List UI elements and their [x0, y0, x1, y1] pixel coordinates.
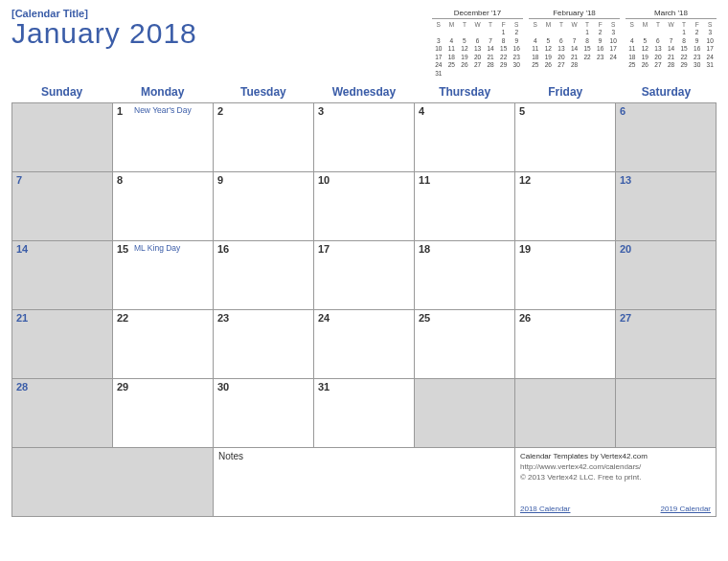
- day-number: 17: [318, 243, 330, 255]
- calendar-cell: 6: [616, 103, 717, 172]
- day-number: 25: [419, 312, 430, 324]
- mini-calendar-title: March '18: [626, 8, 717, 19]
- day-number: 2: [217, 105, 223, 117]
- day-number: 27: [620, 312, 631, 324]
- notes-cell: Notes: [214, 448, 515, 517]
- day-header: Friday: [515, 81, 616, 102]
- calendar-cell: 18: [415, 241, 515, 310]
- calendar-cell: 4: [415, 103, 515, 172]
- calendar-cell: [616, 379, 717, 448]
- day-number: 14: [16, 243, 28, 255]
- calendar-cell: 20: [616, 241, 717, 310]
- day-number: 30: [217, 381, 229, 393]
- day-number: 4: [419, 105, 424, 117]
- calendar-cell: 19: [515, 241, 616, 310]
- day-number: 18: [419, 243, 430, 255]
- calendar-page: [Calendar Title] January 2018 December '…: [0, 0, 728, 528]
- calendar-cell: 15ML King Day: [113, 241, 214, 310]
- day-header: Wednesday: [313, 81, 414, 102]
- calendar-cell: 30: [214, 379, 314, 448]
- calendar-cell: 22: [113, 310, 214, 379]
- calendar-cell: 24: [314, 310, 415, 379]
- day-number: 24: [318, 312, 330, 324]
- mini-calendar: March '18SMTWTFS123456789101112131415161…: [626, 8, 717, 78]
- day-number: 6: [620, 105, 626, 117]
- calendar-cell: 9: [214, 172, 314, 241]
- day-number: 7: [16, 174, 22, 186]
- day-number: 15: [117, 243, 128, 255]
- calendar-cell: [515, 379, 616, 448]
- calendar-cell: 11: [415, 172, 515, 241]
- day-number: 22: [117, 312, 128, 324]
- calendar-cell: 17: [314, 241, 415, 310]
- month-title: January 2018: [11, 17, 432, 50]
- day-number: 20: [620, 243, 631, 255]
- day-number: 28: [16, 381, 28, 393]
- day-number: 5: [519, 105, 525, 117]
- calendar-cell: 1New Year's Day: [113, 103, 214, 172]
- calendar-cell: 14: [12, 241, 113, 310]
- calendar-cell: 26: [515, 310, 616, 379]
- event-label: ML King Day: [134, 243, 180, 253]
- footer-links: 2018 Calendar2019 Calendar: [520, 505, 711, 513]
- day-number: 31: [318, 381, 330, 393]
- day-number: 29: [117, 381, 128, 393]
- mini-calendar: December '17SMTWTFS123456789101112131415…: [432, 8, 523, 78]
- day-of-week-row: SundayMondayTuesdayWednesdayThursdayFrid…: [11, 81, 717, 102]
- calendar-cell: 13: [616, 172, 717, 241]
- calendar-cell: 31: [314, 379, 415, 448]
- mini-calendar-row: December '17SMTWTFS123456789101112131415…: [432, 8, 717, 78]
- calendar-cell: 28: [12, 379, 113, 448]
- calendar-cell: 27: [616, 310, 717, 379]
- calendar-cell: 29: [113, 379, 214, 448]
- day-number: 23: [217, 312, 229, 324]
- mini-calendar-grid: SMTWTFS123456789101112131415161718192021…: [432, 21, 523, 78]
- calendar-cell: [415, 379, 515, 448]
- calendar-cell: 23: [214, 310, 314, 379]
- calendar-cell: 8: [113, 172, 214, 241]
- mini-calendar-grid: SMTWTFS123456789101112131415161718192021…: [626, 21, 717, 70]
- day-number: 21: [16, 312, 28, 324]
- notes-label: Notes: [218, 451, 243, 461]
- day-number: 3: [318, 105, 324, 117]
- empty-cell: [12, 448, 214, 517]
- day-number: 1: [117, 105, 123, 117]
- calendar-cell: 12: [515, 172, 616, 241]
- mini-calendar-grid: SMTWTFS123456789101112131415161718192021…: [529, 21, 620, 70]
- mini-calendar: February '18SMTWTFS123456789101112131415…: [529, 8, 620, 78]
- day-number: 16: [217, 243, 229, 255]
- day-number: 26: [519, 312, 531, 324]
- calendar-grid: 1New Year's Day23456789101112131415ML Ki…: [11, 102, 717, 517]
- event-label: New Year's Day: [134, 105, 192, 115]
- header-left: [Calendar Title] January 2018: [11, 8, 432, 50]
- calendar-cell: 21: [12, 310, 113, 379]
- header: [Calendar Title] January 2018 December '…: [11, 8, 717, 78]
- day-header: Saturday: [616, 81, 717, 102]
- day-number: 13: [620, 174, 631, 186]
- mini-calendar-title: February '18: [529, 8, 620, 19]
- day-number: 11: [419, 174, 430, 186]
- day-number: 19: [519, 243, 531, 255]
- day-number: 12: [519, 174, 531, 186]
- calendar-cell: 10: [314, 172, 415, 241]
- calendar-cell: [12, 103, 113, 172]
- calendar-cell: 7: [12, 172, 113, 241]
- day-number: 10: [318, 174, 330, 186]
- calendar-cell: 3: [314, 103, 415, 172]
- link-2018-calendar[interactable]: 2018 Calendar: [520, 505, 570, 513]
- day-header: Tuesday: [213, 81, 313, 102]
- calendar-cell: 25: [415, 310, 515, 379]
- calendar-cell: 2: [214, 103, 314, 172]
- credits-text: Calendar Templates by Vertex42.comhttp:/…: [520, 451, 711, 483]
- link-2019-calendar[interactable]: 2019 Calendar: [661, 505, 711, 513]
- day-header: Thursday: [415, 81, 515, 102]
- day-header: Monday: [112, 81, 213, 102]
- calendar-cell: 5: [515, 103, 616, 172]
- mini-calendar-title: December '17: [432, 8, 523, 19]
- credits-cell: Calendar Templates by Vertex42.comhttp:/…: [515, 448, 717, 517]
- day-header: Sunday: [11, 81, 112, 102]
- day-number: 8: [117, 174, 123, 186]
- calendar-cell: 16: [214, 241, 314, 310]
- day-number: 9: [217, 174, 223, 186]
